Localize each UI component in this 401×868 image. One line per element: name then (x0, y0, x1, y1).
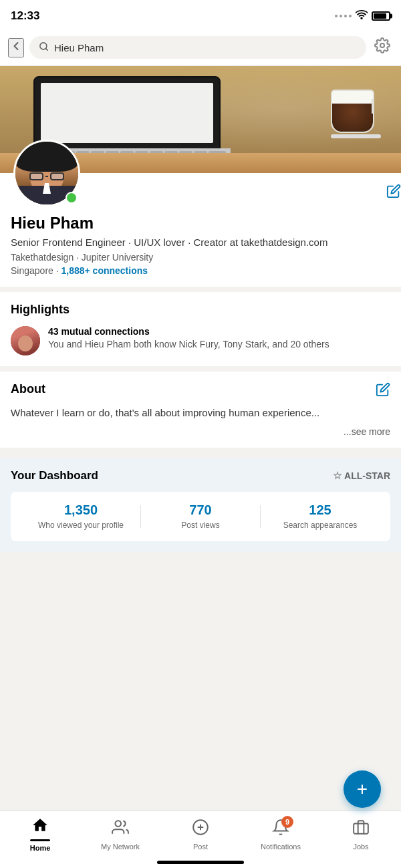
connections-link[interactable]: 1,888+ connections (61, 265, 148, 276)
profile-location: Singapore · 1,888+ connections (11, 265, 390, 276)
dashboard-stats: 1,350 Who viewed your profile 770 Post v… (11, 492, 390, 542)
dashboard-title: Your Dashboard (11, 469, 98, 482)
mutual-desc: You and Hieu Pham both know Nick Fury, T… (48, 338, 390, 351)
search-appearances-number: 125 (261, 502, 380, 518)
profile-company: Takethatdesign · Jupiter University (11, 252, 390, 263)
wifi-icon (356, 10, 368, 22)
about-section: About Whatever I learn or do, that's all… (0, 372, 401, 448)
nav-home[interactable]: Home (0, 817, 80, 852)
status-bar: 12:33 (0, 0, 401, 29)
home-active-indicator (30, 839, 50, 841)
settings-button[interactable] (372, 35, 393, 60)
home-label: Home (30, 844, 51, 852)
search-bar: Hieu Pham (0, 29, 401, 66)
stat-search-appearances[interactable]: 125 Search appearances (261, 502, 380, 531)
online-status-dot (65, 192, 78, 204)
nav-notifications[interactable]: 9 Notifications (241, 819, 321, 851)
about-title: About (11, 382, 390, 396)
home-indicator (157, 861, 244, 864)
bottom-navigation: Home My Network Post (0, 811, 401, 868)
back-button[interactable] (8, 38, 24, 57)
svg-point-3 (115, 821, 121, 827)
section-divider-1 (0, 287, 401, 292)
dashboard-header: Your Dashboard ☆ ALL-STAR (11, 469, 390, 482)
post-label: Post (193, 843, 208, 851)
home-icon (31, 817, 49, 838)
highlight-text: 43 mutual connections You and Hieu Pham … (48, 326, 390, 351)
svg-point-2 (380, 43, 384, 47)
stat-profile-views[interactable]: 1,350 Who viewed your profile (21, 502, 140, 531)
battery-icon (372, 11, 390, 21)
see-more-button[interactable]: ...see more (11, 426, 390, 437)
bottom-spacer (0, 552, 401, 619)
edit-about-button[interactable] (376, 382, 390, 401)
all-star-badge: ☆ ALL-STAR (333, 470, 390, 482)
search-input-wrapper[interactable]: Hieu Pham (29, 36, 366, 59)
mutual-connections-avatar (11, 326, 40, 355)
post-views-label: Post views (141, 521, 260, 531)
mutual-count: 43 mutual connections (48, 326, 390, 337)
signal-icon (335, 15, 352, 17)
search-icon (39, 41, 49, 53)
post-icon (192, 819, 209, 840)
all-star-label: ALL-STAR (344, 470, 390, 481)
my-network-icon (112, 819, 129, 840)
search-query: Hieu Pham (54, 42, 104, 53)
notifications-label: Notifications (261, 843, 301, 851)
highlights-section: Highlights 43 mutual connections You and… (0, 292, 401, 366)
avatar (13, 140, 80, 206)
about-text: Whatever I learn or do, that's all about… (11, 406, 390, 421)
create-post-fab[interactable]: + (344, 770, 381, 808)
fab-icon: + (357, 778, 368, 800)
nav-jobs[interactable]: Jobs (321, 819, 401, 851)
section-divider-3 (0, 448, 401, 453)
stat-post-views[interactable]: 770 Post views (141, 502, 260, 531)
highlights-title: Highlights (11, 303, 390, 317)
jobs-icon (352, 819, 370, 840)
jobs-label: Jobs (353, 843, 368, 851)
profile-views-label: Who viewed your profile (21, 521, 140, 531)
edit-profile-button[interactable] (386, 184, 401, 202)
profile-title: Senior Frontend Engineer · UI/UX lover ·… (11, 235, 390, 249)
post-views-number: 770 (141, 502, 260, 518)
profile-section: Hieu Pham Senior Frontend Engineer · UI/… (0, 173, 401, 287)
notifications-icon: 9 (272, 819, 289, 840)
dashboard-section: Your Dashboard ☆ ALL-STAR 1,350 Who view… (0, 458, 401, 553)
my-network-label: My Network (101, 843, 140, 851)
nav-my-network[interactable]: My Network (80, 819, 160, 851)
highlights-item: 43 mutual connections You and Hieu Pham … (11, 326, 390, 355)
nav-post[interactable]: Post (160, 819, 241, 851)
notifications-badge: 9 (281, 816, 293, 828)
star-icon: ☆ (333, 470, 342, 482)
search-appearances-label: Search appearances (261, 521, 380, 531)
status-time: 12:33 (11, 9, 39, 23)
svg-rect-7 (354, 823, 368, 833)
profile-views-number: 1,350 (21, 502, 140, 518)
section-divider-2 (0, 366, 401, 372)
status-icons (335, 10, 390, 22)
svg-line-1 (45, 48, 47, 50)
profile-name: Hieu Pham (11, 214, 390, 233)
